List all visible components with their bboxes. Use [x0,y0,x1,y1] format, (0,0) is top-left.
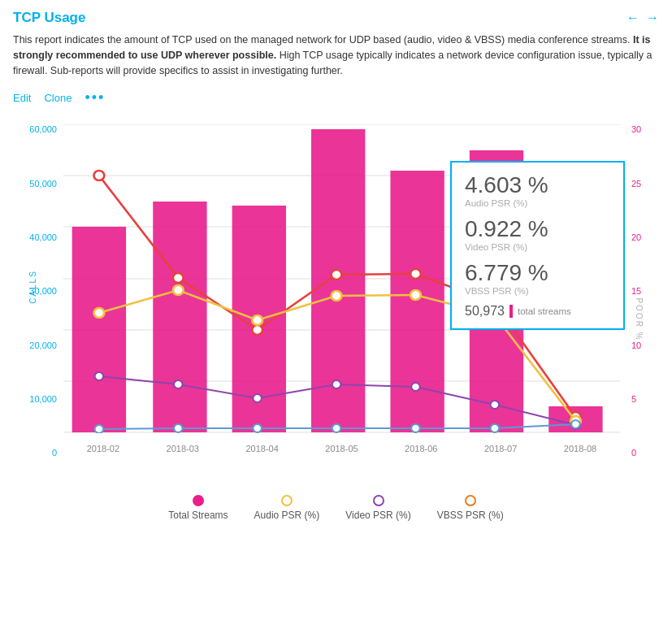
svg-point-16 [252,325,262,335]
svg-point-30 [253,394,262,402]
svg-point-23 [252,315,262,325]
svg-point-40 [491,424,500,432]
chart-area: 60,000 50,000 40,000 30,000 20,000 10,00… [13,116,659,523]
main-container: TCP Usage ← → This report indicates the … [0,0,672,532]
header-row: TCP Usage ← → [13,10,659,26]
next-arrow[interactable]: → [646,11,659,25]
svg-point-41 [571,420,580,428]
svg-rect-7 [72,227,126,432]
svg-point-32 [411,383,420,391]
tooltip-value3: 6.779 % [465,260,610,286]
svg-point-39 [411,424,420,432]
tooltip-label2: Video PSR (%) [465,242,610,252]
description: This report indicates the amount of TCP … [13,33,659,78]
svg-point-18 [410,269,421,279]
y-axis-right: 30 25 20 15 10 5 0 [628,124,659,458]
svg-point-24 [332,291,342,301]
svg-point-29 [174,380,183,388]
x-axis-labels: 2018-02 2018-03 2018-04 2018-05 2018-06 … [63,444,620,453]
tooltip-value2: 0.922 % [465,216,610,242]
legend-dot-vbss-psr [465,495,476,506]
svg-point-38 [332,424,341,432]
chart-legend: Total Streams Audio PSR (%) Video PSR (%… [13,495,659,521]
clone-button[interactable]: Clone [44,92,72,104]
toolbar: Edit Clone ••• [13,89,659,106]
svg-point-21 [93,308,104,318]
svg-point-33 [491,401,500,409]
tooltip-label1: Audio PSR (%) [465,198,610,208]
legend-label-vbss-psr: VBSS PSR (%) [437,510,504,521]
svg-point-31 [332,380,341,388]
svg-point-36 [174,424,183,432]
svg-point-22 [173,285,184,295]
legend-vbss-psr: VBSS PSR (%) [437,495,504,521]
desc-plain: This report indicates the amount of TCP … [13,34,630,46]
svg-point-25 [410,290,421,300]
svg-rect-8 [153,202,206,432]
tooltip-streams-bar [509,305,513,318]
tooltip-label3: VBSS PSR (%) [465,286,610,296]
tooltip-streams-value: 50,973 [465,304,505,319]
tooltip-value1: 4.603 % [465,172,610,198]
svg-point-17 [332,270,342,280]
tooltip-streams-label: total streams [518,306,571,316]
svg-rect-11 [390,171,444,432]
legend-label-audio-psr: Audio PSR (%) [254,510,320,521]
page-title: TCP Usage [13,10,85,26]
legend-label-total-streams: Total Streams [168,510,228,521]
y-axis-left-label: CALLS [28,270,37,304]
svg-point-35 [95,425,104,433]
svg-point-28 [95,372,104,380]
more-button[interactable]: ••• [85,89,105,106]
tooltip-streams: 50,973 total streams [465,304,610,319]
legend-dot-total-streams [193,495,204,506]
legend-dot-audio-psr [281,495,293,506]
y-axis-right-label: POOR % [635,298,644,341]
prev-arrow[interactable]: ← [626,11,639,25]
legend-audio-psr: Audio PSR (%) [254,495,320,521]
legend-total-streams: Total Streams [168,495,228,521]
svg-point-15 [173,273,184,283]
chart-tooltip: 4.603 % Audio PSR (%) 0.922 % Video PSR … [450,161,625,330]
svg-point-37 [253,424,262,432]
nav-arrows: ← → [626,11,659,25]
svg-point-14 [93,171,104,180]
legend-dot-video-psr [373,495,384,506]
legend-label-video-psr: Video PSR (%) [345,510,410,521]
legend-video-psr: Video PSR (%) [345,495,410,521]
edit-button[interactable]: Edit [13,92,31,104]
